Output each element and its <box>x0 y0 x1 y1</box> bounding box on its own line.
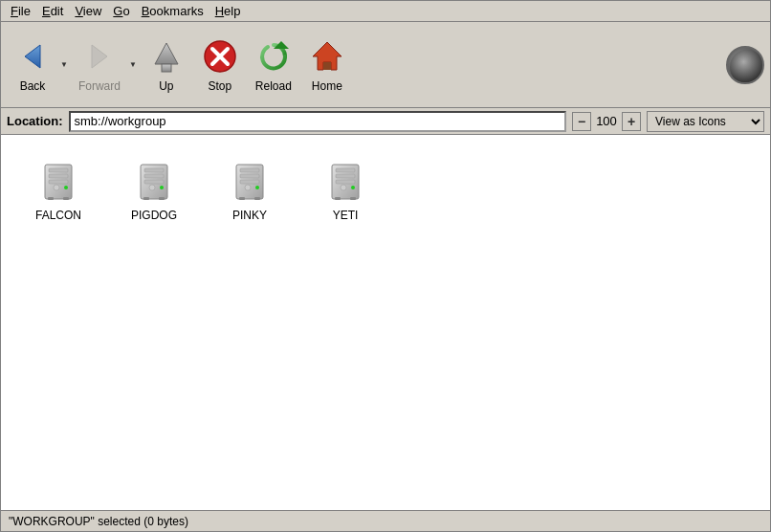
svg-marker-1 <box>92 45 107 68</box>
svg-point-10 <box>730 50 764 84</box>
zoom-value: 100 <box>593 114 620 128</box>
file-label: PINKY <box>232 209 267 222</box>
svg-rect-30 <box>240 180 259 184</box>
up-button[interactable]: Up <box>141 33 192 98</box>
svg-rect-28 <box>240 168 259 172</box>
menu-help[interactable]: Help <box>209 2 247 20</box>
back-icon <box>13 37 52 76</box>
server-icon <box>322 159 368 205</box>
file-item[interactable]: YETI <box>307 154 384 227</box>
svg-rect-18 <box>63 197 69 200</box>
svg-rect-20 <box>144 168 164 172</box>
menu-file[interactable]: File <box>5 2 36 20</box>
up-icon <box>147 37 186 76</box>
location-input[interactable] <box>69 111 567 132</box>
reload-label: Reload <box>255 79 292 93</box>
svg-rect-33 <box>239 197 245 200</box>
stop-button[interactable]: Stop <box>194 33 246 98</box>
toolbar: Back ▼ Forward ▼ Up <box>1 22 770 108</box>
svg-rect-37 <box>336 174 355 178</box>
back-button[interactable]: Back <box>7 33 58 98</box>
home-label: Home <box>312 79 342 93</box>
up-label: Up <box>159 79 173 93</box>
location-label: Location: <box>7 114 63 128</box>
forward-arrow-btn[interactable]: ▼ <box>127 60 139 69</box>
svg-rect-36 <box>336 168 355 172</box>
svg-rect-29 <box>240 174 259 178</box>
menu-bookmarks[interactable]: Bookmarks <box>136 2 209 20</box>
svg-rect-26 <box>159 197 165 200</box>
svg-point-24 <box>149 185 155 190</box>
menu-go[interactable]: Go <box>107 2 135 20</box>
svg-point-40 <box>341 185 346 190</box>
file-grid: FALCON <box>20 154 751 227</box>
file-item[interactable]: PIGDOG <box>116 154 192 227</box>
forward-icon <box>80 37 119 76</box>
file-item[interactable]: PINKY <box>211 154 288 227</box>
forward-btn-group: Forward ▼ <box>72 33 139 98</box>
file-item[interactable]: FALCON <box>20 154 97 227</box>
server-icon <box>227 159 273 205</box>
svg-point-23 <box>160 186 164 189</box>
zoom-out-button[interactable]: − <box>572 112 591 131</box>
svg-rect-13 <box>49 174 68 178</box>
svg-rect-9 <box>323 62 331 70</box>
svg-point-16 <box>54 185 59 190</box>
svg-point-32 <box>245 185 251 190</box>
menu-view[interactable]: View <box>69 2 107 20</box>
globe-icon <box>728 48 764 84</box>
reload-button[interactable]: Reload <box>248 33 299 98</box>
zoom-in-button[interactable]: + <box>622 112 641 131</box>
menu-edit[interactable]: Edit <box>36 2 69 20</box>
menubar: File Edit View Go Bookmarks Help <box>1 1 770 22</box>
back-arrow-btn[interactable]: ▼ <box>58 60 70 69</box>
stop-icon <box>201 37 239 76</box>
zoom-controls: − 100 + <box>572 112 641 131</box>
svg-marker-0 <box>25 45 40 68</box>
svg-rect-14 <box>49 180 68 184</box>
svg-rect-17 <box>48 197 54 200</box>
svg-rect-25 <box>143 197 149 200</box>
forward-label: Forward <box>78 79 121 93</box>
svg-marker-2 <box>155 43 178 64</box>
svg-rect-21 <box>144 174 164 178</box>
home-button[interactable]: Home <box>301 33 353 98</box>
svg-rect-12 <box>49 168 68 172</box>
server-icon <box>35 159 81 205</box>
svg-point-15 <box>64 186 68 189</box>
main-content: FALCON <box>1 135 770 510</box>
svg-rect-3 <box>162 64 171 72</box>
file-label: YETI <box>333 209 359 222</box>
back-btn-group: Back ▼ <box>7 33 70 98</box>
svg-rect-34 <box>254 197 260 200</box>
svg-rect-42 <box>350 197 356 200</box>
svg-point-31 <box>255 186 259 189</box>
back-label: Back <box>20 79 46 93</box>
view-select[interactable]: View as Icons View as List View as Colum… <box>647 111 764 132</box>
file-label: PIGDOG <box>131 209 177 222</box>
home-icon <box>308 37 346 76</box>
file-label: FALCON <box>35 209 81 222</box>
stop-label: Stop <box>209 79 232 93</box>
status-text: "WORKGROUP" selected (0 bytes) <box>9 515 188 528</box>
reload-icon <box>254 37 293 76</box>
forward-button[interactable]: Forward <box>72 33 127 98</box>
svg-rect-41 <box>335 197 341 200</box>
svg-rect-38 <box>336 180 355 184</box>
navbar-globe <box>726 46 764 84</box>
server-icon <box>131 159 177 205</box>
locationbar: Location: − 100 + View as Icons View as … <box>1 108 770 135</box>
svg-point-39 <box>351 186 355 189</box>
svg-rect-22 <box>144 180 164 184</box>
statusbar: "WORKGROUP" selected (0 bytes) <box>1 510 770 531</box>
